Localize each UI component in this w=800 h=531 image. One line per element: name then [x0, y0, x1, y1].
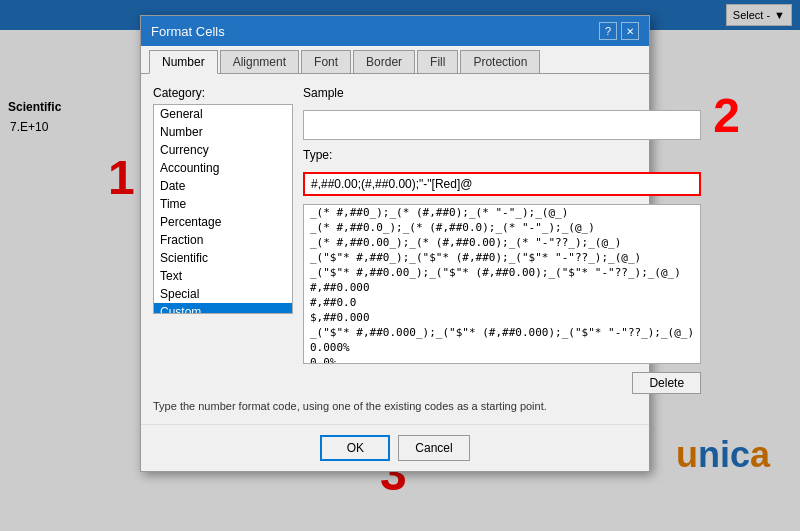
dialog-title: Format Cells — [151, 24, 225, 39]
format-item[interactable]: _(* #,##0.00_);_(* (#,##0.00);_(* "-"??_… — [304, 235, 700, 250]
step-number-2: 2 — [713, 88, 740, 143]
category-custom[interactable]: Custom — [154, 303, 292, 314]
category-accounting[interactable]: Accounting — [154, 159, 292, 177]
tab-number[interactable]: Number — [149, 50, 218, 74]
tab-fill[interactable]: Fill — [417, 50, 458, 73]
dialog-body: Category: General Number Currency Accoun… — [141, 74, 649, 424]
format-item[interactable]: $,##0.000 — [304, 310, 700, 325]
format-item[interactable]: _(* #,##0.0_);_(* (#,##0.0);_(* "-"_);_(… — [304, 220, 700, 235]
format-item[interactable]: 0.000% — [304, 340, 700, 355]
format-item[interactable]: #,##0.0 — [304, 295, 700, 310]
main-content-row: Category: General Number Currency Accoun… — [153, 86, 637, 394]
delete-button[interactable]: Delete — [632, 372, 701, 394]
category-date[interactable]: Date — [154, 177, 292, 195]
category-text[interactable]: Text — [154, 267, 292, 285]
format-list[interactable]: _(* #,##0_);_(* (#,##0);_(* "-"_);_(@_) … — [303, 204, 701, 364]
info-text: Type the number format code, using one o… — [153, 400, 637, 412]
format-item[interactable]: _("$"* #,##0.00_);_("$"* (#,##0.00);_("$… — [304, 265, 700, 280]
dialog-footer: OK Cancel — [141, 424, 649, 471]
tab-font[interactable]: Font — [301, 50, 351, 73]
dialog-title-bar: Format Cells ? ✕ — [141, 16, 649, 46]
format-item[interactable]: _(* #,##0_);_(* (#,##0);_(* "-"_);_(@_) — [304, 205, 700, 220]
tab-protection[interactable]: Protection — [460, 50, 540, 73]
category-label: Category: — [153, 86, 293, 100]
ok-button[interactable]: OK — [320, 435, 390, 461]
sample-box — [303, 110, 701, 140]
category-section: Category: General Number Currency Accoun… — [153, 86, 293, 394]
category-percentage[interactable]: Percentage — [154, 213, 292, 231]
cancel-button[interactable]: Cancel — [398, 435, 469, 461]
format-item[interactable]: #,##0.000 — [304, 280, 700, 295]
category-number[interactable]: Number — [154, 123, 292, 141]
category-currency[interactable]: Currency — [154, 141, 292, 159]
dialog-controls: ? ✕ — [599, 22, 639, 40]
tab-border[interactable]: Border — [353, 50, 415, 73]
format-cells-dialog: Format Cells ? ✕ Number Alignment Font B… — [140, 15, 650, 472]
help-button[interactable]: ? — [599, 22, 617, 40]
category-general[interactable]: General — [154, 105, 292, 123]
category-list[interactable]: General Number Currency Accounting Date … — [153, 104, 293, 314]
tab-alignment[interactable]: Alignment — [220, 50, 299, 73]
dialog-tabs: Number Alignment Font Border Fill Protec… — [141, 46, 649, 74]
category-special[interactable]: Special — [154, 285, 292, 303]
close-button[interactable]: ✕ — [621, 22, 639, 40]
format-item[interactable]: _("$"* #,##0_);_("$"* (#,##0);_("$"* "-"… — [304, 250, 700, 265]
right-panel: Sample Type: _(* #,##0_);_(* (#,##0);_(*… — [303, 86, 701, 394]
type-input[interactable] — [303, 172, 701, 196]
format-list-wrapper: _(* #,##0_);_(* (#,##0);_(* "-"_);_(@_) … — [303, 204, 701, 364]
category-scientific[interactable]: Scientific — [154, 249, 292, 267]
category-time[interactable]: Time — [154, 195, 292, 213]
format-item[interactable]: _("$"* #,##0.000_);_("$"* (#,##0.000);_(… — [304, 325, 700, 340]
category-fraction[interactable]: Fraction — [154, 231, 292, 249]
sample-label: Sample — [303, 86, 701, 100]
type-label: Type: — [303, 148, 701, 162]
format-item[interactable]: 0.0% — [304, 355, 700, 364]
